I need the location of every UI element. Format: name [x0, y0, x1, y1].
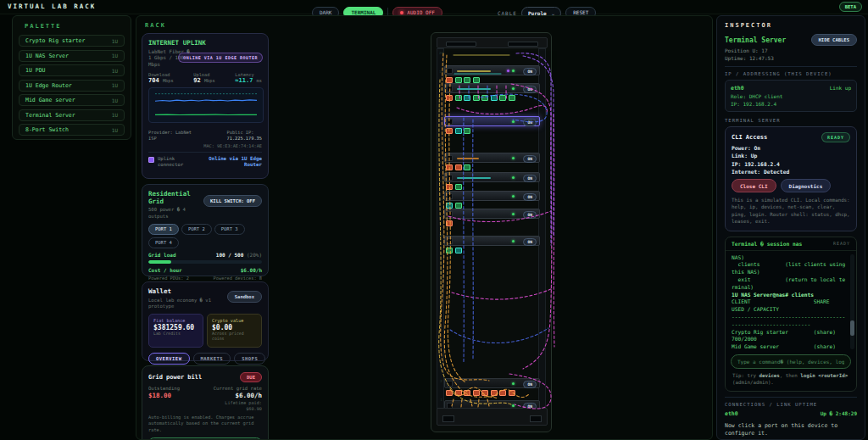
- port-orange[interactable]: [455, 164, 462, 170]
- wallet-tab-markets[interactable]: MARKETS: [193, 353, 231, 365]
- power-button[interactable]: ON: [523, 211, 537, 219]
- wallet-tab-overview[interactable]: OVERVIEW: [148, 353, 190, 365]
- unit-leds: [512, 176, 515, 179]
- port-orange[interactable]: [464, 390, 470, 396]
- palette-item[interactable]: Terminal Server1U: [19, 109, 125, 121]
- rack-unit-server[interactable]: ON: [444, 191, 540, 201]
- unit-leds: [512, 404, 515, 407]
- grid-port-button-2[interactable]: PORT 2: [181, 224, 212, 235]
- grid-subtitle: 500 power � 4 outputs: [148, 207, 208, 220]
- grid-load-label: Grid load: [148, 252, 176, 258]
- rate-value: $6.00/h: [235, 392, 262, 399]
- rack-unit-server[interactable]: ON: [444, 209, 540, 219]
- rack-unit-server[interactable]: ON: [444, 172, 540, 182]
- unit-stripe: [457, 177, 491, 179]
- wallet-tab-shops[interactable]: SHOPS: [234, 353, 265, 365]
- port-orange[interactable]: [446, 77, 453, 83]
- port-green[interactable]: [455, 184, 462, 190]
- rack-unit-server[interactable]: ON: [444, 236, 540, 246]
- port-orange[interactable]: [446, 184, 453, 190]
- rack-unit-pdu[interactable]: ON: [444, 378, 540, 388]
- rack-bottom-cap: [437, 408, 548, 426]
- port-teal[interactable]: [455, 248, 462, 253]
- unit-handle: [447, 211, 453, 217]
- power-button[interactable]: ON: [523, 86, 537, 93]
- cli-link: Link: Up: [732, 153, 850, 159]
- port-orange[interactable]: [446, 390, 453, 396]
- rack-unit-server[interactable]: ON: [444, 65, 540, 75]
- power-button[interactable]: ON: [523, 193, 537, 201]
- port-green[interactable]: [499, 95, 506, 101]
- port-green[interactable]: [509, 95, 515, 101]
- power-button[interactable]: ON: [523, 155, 537, 163]
- pay-bill-button[interactable]: PAY BILL: [148, 437, 262, 440]
- port-teal[interactable]: [455, 128, 462, 134]
- rack-unit-selected[interactable]: ON: [444, 116, 540, 126]
- port-teal[interactable]: [446, 203, 453, 209]
- port-green[interactable]: [473, 77, 480, 83]
- terminal-scrollbar-thumb[interactable]: [850, 320, 854, 336]
- port-orange[interactable]: [481, 390, 488, 396]
- port-orange[interactable]: [509, 390, 515, 396]
- led-dot: [512, 70, 515, 72]
- port-green[interactable]: [446, 248, 453, 253]
- port-orange[interactable]: [446, 128, 453, 134]
- power-button[interactable]: ON: [523, 381, 537, 388]
- grid-port-button-1[interactable]: PORT 1: [148, 224, 179, 235]
- palette-item[interactable]: 1U PDU1U: [19, 64, 125, 76]
- port-orange[interactable]: [446, 220, 453, 226]
- diagnostics-button[interactable]: Diagnostics: [781, 179, 832, 192]
- port-orange[interactable]: [446, 95, 453, 101]
- terminal-command-input[interactable]: [731, 354, 851, 369]
- sandbox-badge[interactable]: Sandbox: [227, 291, 262, 303]
- port-orange[interactable]: [455, 390, 462, 396]
- palette-item-size: 1U: [112, 127, 118, 133]
- grid-port-button-4[interactable]: PORT 4: [148, 237, 179, 248]
- port-green[interactable]: [455, 95, 462, 101]
- connector-label: Uplink connector: [158, 156, 195, 169]
- eth0-label: eth0: [731, 85, 744, 92]
- unit-leds: [507, 70, 515, 72]
- power-button[interactable]: ON: [523, 119, 537, 126]
- link-up-status[interactable]: Link up: [830, 85, 851, 92]
- palette-item[interactable]: 1U NAS Server1U: [19, 50, 125, 62]
- divider: [148, 152, 262, 153]
- port-orange[interactable]: [473, 390, 480, 396]
- power-button[interactable]: ON: [523, 68, 537, 75]
- rack-unit-server[interactable]: ON: [444, 83, 540, 93]
- hide-cables-button[interactable]: HIDE CABLES: [811, 34, 857, 46]
- port-orange[interactable]: [491, 390, 498, 396]
- grid-power-bill-card: Grid power bill DUE Outstanding Current …: [142, 365, 269, 440]
- rack-units: ONONONONONONONONONON: [431, 48, 553, 409]
- port-green[interactable]: [464, 164, 470, 170]
- rack-unit-server[interactable]: ON: [444, 153, 540, 163]
- grid-port-button-3[interactable]: PORT 3: [214, 224, 245, 235]
- palette-item[interactable]: 1U Edge Router1U: [19, 80, 125, 92]
- port-green[interactable]: [464, 77, 470, 83]
- port-green[interactable]: [481, 95, 488, 101]
- port-teal[interactable]: [491, 95, 498, 101]
- close-cli-button[interactable]: Close CLI: [732, 179, 776, 192]
- power-button[interactable]: ON: [523, 175, 537, 182]
- palette-item[interactable]: Mid Game server1U: [19, 94, 125, 106]
- port-orange[interactable]: [446, 164, 453, 170]
- port-hint-text: Now click a port on this device to confi…: [725, 422, 857, 438]
- rack-panel: RACK INTERNET UPLINK ONLINE VIA 1U EDGE …: [136, 15, 713, 440]
- uplink-connector[interactable]: Uplink connector: [148, 156, 195, 169]
- terminal-scrollbar[interactable]: [850, 254, 854, 349]
- bill-values: $18.00 $6.00/h: [148, 392, 262, 399]
- port-green[interactable]: [464, 128, 470, 134]
- port-green[interactable]: [473, 95, 480, 101]
- port-orange[interactable]: [499, 390, 506, 396]
- download-value: 704: [148, 77, 159, 84]
- kill-switch-button[interactable]: KILL SWITCH: OFF: [203, 195, 262, 207]
- unit-leds: [512, 120, 515, 123]
- port-teal[interactable]: [464, 95, 470, 101]
- port-green[interactable]: [455, 77, 462, 83]
- port-green[interactable]: [455, 203, 462, 209]
- palette-item[interactable]: 8-Port Switch1U: [19, 124, 125, 136]
- wallet-card: Wallet Sandbox Local lab economy � v1 pr…: [142, 281, 269, 361]
- power-button[interactable]: ON: [523, 238, 537, 246]
- palette-item[interactable]: Crypto Rig starter1U: [19, 35, 125, 47]
- terminal-output[interactable]: NAS) clients (list clients using this NA…: [726, 251, 856, 351]
